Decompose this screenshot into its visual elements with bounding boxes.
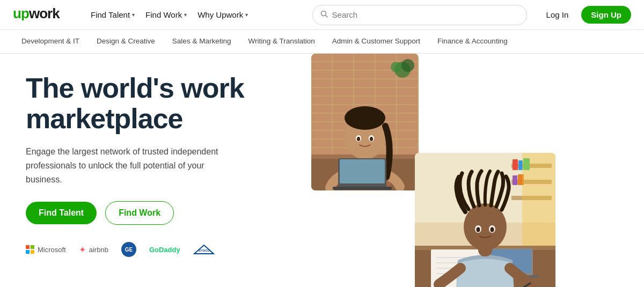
- svg-point-18: [357, 137, 360, 141]
- category-nav: Development & IT Design & Creative Sales…: [0, 30, 644, 54]
- hero-subtitle: Engage the largest network of trusted in…: [26, 145, 230, 186]
- airbnb-icon: ✦: [79, 245, 86, 255]
- find-work-button[interactable]: Find Work: [105, 201, 174, 225]
- hero-images: [311, 54, 644, 287]
- svg-point-15: [345, 106, 385, 130]
- category-design[interactable]: Design & Creative: [88, 30, 164, 53]
- chevron-down-icon: ▾: [245, 12, 248, 18]
- header: up work Find Talent ▾ Find Work ▾ Why Up…: [0, 0, 644, 30]
- main-content: The world's work marketplace Engage the …: [0, 54, 644, 287]
- hero-photo-man: [415, 153, 555, 287]
- svg-rect-22: [333, 187, 392, 190]
- search-bar[interactable]: [312, 5, 527, 25]
- svg-point-52: [491, 227, 494, 232]
- airbnb-logo: ✦ airbnb: [79, 245, 108, 255]
- svg-line-3: [325, 16, 327, 18]
- airbnb-label: airbnb: [89, 246, 108, 254]
- svg-point-51: [477, 227, 480, 232]
- sysco-logo: SYSCO: [193, 244, 215, 255]
- chevron-down-icon: ▾: [132, 12, 135, 18]
- hero-photo-woman: [311, 54, 419, 190]
- nav-find-talent[interactable]: Find Talent ▾: [86, 7, 139, 23]
- svg-rect-34: [513, 175, 517, 185]
- category-sales[interactable]: Sales & Marketing: [164, 30, 240, 53]
- nav-why-upwork[interactable]: Why Upwork ▾: [193, 7, 252, 23]
- trusted-by-logos: Microsoft ✦ airbnb GE GoDaddy SYSCO: [26, 242, 290, 257]
- svg-text:SYSCO: SYSCO: [199, 249, 210, 252]
- hero-title: The world's work marketplace: [26, 73, 290, 134]
- svg-point-24: [391, 62, 401, 72]
- signup-button[interactable]: Sign Up: [581, 6, 631, 24]
- cta-buttons: Find Talent Find Work: [26, 201, 290, 225]
- find-talent-button[interactable]: Find Talent: [26, 202, 97, 224]
- header-actions: Log In Sign Up: [540, 6, 631, 24]
- category-admin[interactable]: Admin & Customer Support: [324, 30, 429, 53]
- svg-rect-31: [513, 159, 518, 170]
- chevron-down-icon: ▾: [184, 12, 187, 18]
- category-writing[interactable]: Writing & Translation: [239, 30, 323, 53]
- ge-icon: GE: [121, 242, 136, 257]
- svg-point-25: [401, 59, 414, 72]
- category-dev-it[interactable]: Development & IT: [13, 30, 88, 53]
- hero-section: The world's work marketplace Engage the …: [0, 54, 311, 287]
- nav-find-work[interactable]: Find Work ▾: [141, 7, 191, 23]
- godaddy-label: GoDaddy: [149, 246, 180, 254]
- ge-logo: GE: [121, 242, 136, 257]
- search-input[interactable]: [332, 10, 519, 19]
- main-nav: Find Talent ▾ Find Work ▾ Why Upwork ▾: [86, 7, 252, 23]
- search-icon: [320, 10, 328, 19]
- sysco-icon: SYSCO: [193, 244, 215, 255]
- svg-point-19: [370, 137, 373, 141]
- godaddy-logo: GoDaddy: [149, 246, 180, 254]
- svg-rect-32: [518, 160, 523, 170]
- svg-text:up: up: [13, 5, 29, 20]
- microsoft-label: Microsoft: [38, 246, 66, 254]
- microsoft-logo: Microsoft: [26, 245, 66, 254]
- upwork-logo[interactable]: up work: [13, 5, 69, 24]
- login-button[interactable]: Log In: [540, 7, 575, 23]
- category-finance[interactable]: Finance & Accounting: [429, 30, 516, 53]
- microsoft-icon: [26, 245, 34, 254]
- svg-text:work: work: [28, 5, 60, 20]
- svg-rect-21: [340, 159, 385, 183]
- svg-rect-36: [522, 153, 555, 249]
